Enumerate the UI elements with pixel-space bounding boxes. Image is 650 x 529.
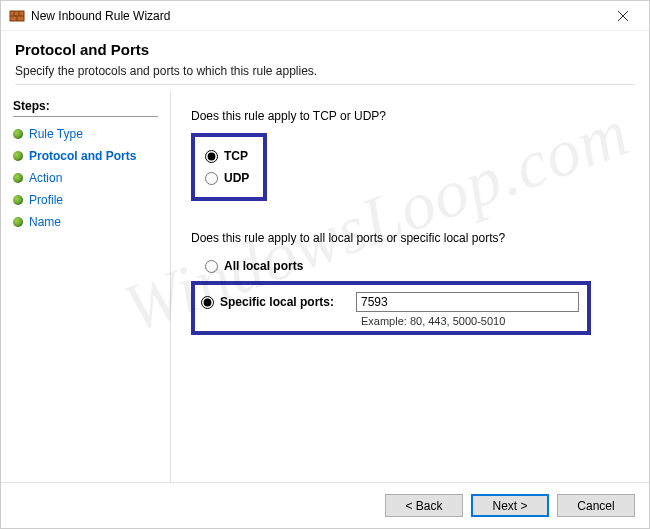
wizard-header: Protocol and Ports Specify the protocols… [1, 31, 649, 91]
page-subtitle: Specify the protocols and ports to which… [15, 64, 635, 78]
wizard-body: Steps: Rule Type Protocol and Ports Acti… [1, 91, 649, 482]
protocol-udp-row[interactable]: UDP [205, 167, 249, 189]
step-label: Profile [29, 193, 63, 207]
main-panel: Does this rule apply to TCP or UDP? TCP … [171, 91, 649, 482]
next-button[interactable]: Next > [471, 494, 549, 517]
ports-question: Does this rule apply to all local ports … [191, 231, 629, 245]
radio-all-ports-label[interactable]: All local ports [224, 259, 303, 273]
ports-all-row[interactable]: All local ports [205, 255, 629, 277]
step-profile[interactable]: Profile [13, 189, 170, 211]
firewall-icon [9, 8, 25, 24]
step-protocol-and-ports[interactable]: Protocol and Ports [13, 145, 170, 167]
steps-sidebar: Steps: Rule Type Protocol and Ports Acti… [1, 91, 171, 482]
radio-all-ports[interactable] [205, 260, 218, 273]
back-button[interactable]: < Back [385, 494, 463, 517]
protocol-highlight-box: TCP UDP [191, 133, 267, 201]
cancel-button[interactable]: Cancel [557, 494, 635, 517]
step-label: Protocol and Ports [29, 149, 136, 163]
close-icon [618, 8, 628, 24]
bullet-icon [13, 129, 23, 139]
step-action[interactable]: Action [13, 167, 170, 189]
ports-specific-radio-cell[interactable]: Specific local ports: [201, 291, 356, 313]
radio-specific-ports-label[interactable]: Specific local ports: [220, 295, 334, 309]
step-label: Name [29, 215, 61, 229]
step-name[interactable]: Name [13, 211, 170, 233]
bullet-icon [13, 151, 23, 161]
close-button[interactable] [603, 2, 643, 30]
radio-udp[interactable] [205, 172, 218, 185]
radio-udp-label[interactable]: UDP [224, 171, 249, 185]
radio-tcp-label[interactable]: TCP [224, 149, 248, 163]
window-title: New Inbound Rule Wizard [31, 9, 170, 23]
header-divider [15, 84, 635, 85]
step-label: Rule Type [29, 127, 83, 141]
ports-highlight-box: Specific local ports: Example: 80, 443, … [191, 281, 591, 335]
page-heading: Protocol and Ports [15, 41, 635, 58]
protocol-question: Does this rule apply to TCP or UDP? [191, 109, 629, 123]
wizard-window: New Inbound Rule Wizard Protocol and Por… [0, 0, 650, 529]
step-rule-type[interactable]: Rule Type [13, 123, 170, 145]
ports-section: Does this rule apply to all local ports … [191, 231, 629, 335]
steps-heading: Steps: [13, 99, 158, 117]
bullet-icon [13, 217, 23, 227]
bullet-icon [13, 173, 23, 183]
radio-specific-ports[interactable] [201, 296, 214, 309]
radio-tcp[interactable] [205, 150, 218, 163]
specific-ports-input[interactable] [356, 292, 579, 312]
bullet-icon [13, 195, 23, 205]
titlebar: New Inbound Rule Wizard [1, 1, 649, 31]
protocol-tcp-row[interactable]: TCP [205, 145, 249, 167]
step-label: Action [29, 171, 62, 185]
wizard-footer: < Back Next > Cancel [1, 482, 649, 528]
ports-example-text: Example: 80, 443, 5000-5010 [361, 315, 579, 327]
ports-specific-row: Specific local ports: [201, 291, 579, 313]
